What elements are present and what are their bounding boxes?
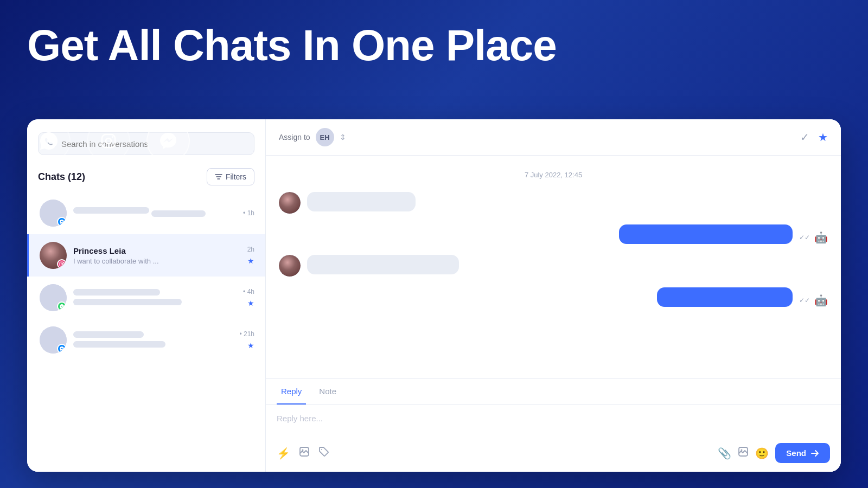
contact-name: Princess Leia	[73, 246, 243, 255]
star-icon-4: ★	[247, 341, 254, 350]
star-icon: ★	[247, 256, 254, 265]
chat-time-2: 2h	[247, 246, 254, 253]
toolbar-right: 📎 🙂 Send	[718, 443, 830, 463]
reply-tabs: Reply Note	[266, 379, 841, 405]
chats-count-label: Chats (12)	[38, 171, 85, 183]
image-icon[interactable]	[299, 446, 310, 460]
messenger-icon[interactable]	[146, 119, 190, 163]
emoji-icon[interactable]: 🙂	[755, 447, 769, 460]
chat-time-4: • 21h	[239, 330, 254, 338]
chat-item[interactable]: • 1h	[27, 192, 265, 234]
messages-area: 7 July 2022, 12:45 ✓✓ 🤖	[266, 156, 841, 378]
send-label: Send	[786, 448, 806, 458]
platform-badge-instagram	[57, 259, 67, 269]
assign-section: Assign to EH ⇕	[279, 128, 346, 146]
msg-bubble-sent-2	[657, 287, 793, 307]
star-filled-icon[interactable]: ★	[818, 131, 828, 144]
chat-content-princess: Princess Leia I want to collaborate with…	[73, 246, 243, 265]
placeholder-preview-4	[73, 341, 165, 348]
placeholder-name	[73, 207, 149, 214]
msg-bubble-received-1	[307, 192, 416, 211]
check-icon[interactable]: ✓	[800, 131, 809, 144]
msg-bubble-sent-1	[619, 224, 793, 244]
bot-icon-2: 🤖	[814, 294, 828, 307]
photo-icon[interactable]	[738, 446, 749, 460]
chat-list: • 1h Princess Leia	[27, 192, 265, 472]
svg-point-12	[302, 450, 304, 451]
avatar-princess-leia	[40, 242, 67, 269]
header-actions: ✓ ★	[800, 131, 828, 144]
placeholder-name-4	[73, 331, 144, 338]
tab-note[interactable]: Note	[315, 379, 341, 404]
chat-preview: I want to collaborate with ...	[73, 257, 243, 265]
chat-meta-3: • 4h ★	[243, 288, 254, 307]
svg-rect-8	[60, 262, 64, 266]
msg-avatar-received-1	[279, 192, 301, 214]
avatar-4	[40, 326, 67, 354]
filters-button[interactable]: Filters	[207, 168, 254, 185]
platform-badge-whatsapp	[57, 301, 67, 311]
chat-meta: • 1h	[243, 209, 254, 217]
avatar-3	[40, 284, 67, 311]
reply-input-placeholder: Reply here...	[266, 405, 841, 438]
message-row-received-2	[279, 255, 828, 277]
lightning-icon[interactable]: ⚡	[277, 447, 290, 460]
placeholder-preview-3	[73, 299, 182, 305]
placeholder-name-3	[73, 289, 160, 296]
toolbar-left: ⚡	[277, 446, 329, 460]
main-ui-card: Chats (12) Filters	[27, 119, 841, 472]
chat-item-4[interactable]: • 21h ★	[27, 319, 265, 361]
svg-point-9	[61, 263, 63, 265]
chat-content	[73, 207, 239, 219]
msg-sent-actions-2: ✓✓ 🤖	[799, 294, 828, 307]
svg-point-2	[112, 136, 113, 138]
reply-area: Reply Note Reply here... ⚡	[266, 378, 841, 472]
reply-toolbar: ⚡	[266, 438, 841, 472]
assignee-avatar[interactable]: EH	[316, 128, 334, 146]
tab-reply[interactable]: Reply	[277, 379, 306, 404]
avatar	[40, 200, 67, 227]
instagram-icon[interactable]	[87, 119, 130, 163]
bot-icon-1: 🤖	[814, 231, 828, 244]
message-row-received-1	[279, 192, 828, 214]
tag-icon[interactable]	[318, 446, 329, 460]
assign-label: Assign to	[279, 133, 310, 142]
platform-badge-messenger	[57, 217, 67, 227]
platform-badge-messenger-4	[57, 344, 67, 354]
left-panel: Chats (12) Filters	[27, 119, 266, 472]
chat-time-3: • 4h	[243, 288, 254, 296]
message-row-sent-2: ✓✓ 🤖	[279, 287, 828, 307]
chat-meta-active: 2h ★	[247, 246, 254, 265]
message-row-sent-1: ✓✓ 🤖	[279, 224, 828, 244]
msg-sent-actions-1: ✓✓ 🤖	[799, 231, 828, 244]
double-check-icon-1: ✓✓	[799, 234, 810, 241]
chat-item-princess-leia[interactable]: Princess Leia I want to collaborate with…	[27, 234, 265, 277]
platform-icons-row	[27, 119, 190, 163]
chat-header: Assign to EH ⇕ ✓ ★	[266, 119, 841, 156]
chat-meta-4: • 21h ★	[239, 330, 254, 350]
chats-header: Chats (12) Filters	[27, 164, 265, 192]
right-panel: Assign to EH ⇕ ✓ ★ 7 July 2022, 12:45	[266, 119, 841, 472]
svg-point-15	[741, 450, 743, 451]
svg-point-13	[321, 449, 322, 450]
date-divider: 7 July 2022, 12:45	[279, 171, 828, 179]
svg-point-10	[63, 262, 63, 263]
msg-avatar-received-2	[279, 255, 301, 277]
whatsapp-icon[interactable]	[27, 119, 71, 163]
msg-bubble-received-2	[307, 255, 459, 274]
chat-content-3	[73, 288, 239, 307]
placeholder-preview	[151, 210, 206, 217]
double-check-icon-2: ✓✓	[799, 297, 810, 304]
svg-point-1	[106, 138, 111, 144]
paperclip-icon[interactable]: 📎	[718, 447, 731, 460]
chat-content-4	[73, 330, 235, 350]
chevron-updown-icon[interactable]: ⇕	[340, 133, 346, 142]
hero-title: Get All Chats In One Place	[27, 22, 557, 69]
star-icon-3: ★	[247, 299, 254, 307]
send-button[interactable]: Send	[775, 443, 830, 463]
chat-time: • 1h	[243, 209, 254, 217]
chat-item-3[interactable]: • 4h ★	[27, 277, 265, 319]
filters-label: Filters	[226, 172, 246, 181]
